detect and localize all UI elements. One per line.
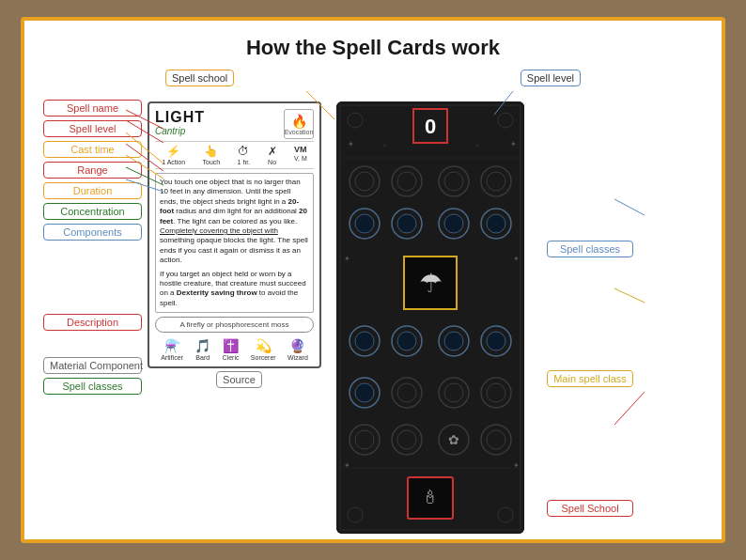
- stat-action: ⚡ 1 Action: [162, 145, 185, 165]
- card-school-label: Evocation: [285, 129, 314, 135]
- stat-action-label: 1 Action: [162, 159, 185, 165]
- class-wizard: 🔮 Wizard: [288, 338, 308, 361]
- top-spell-school-label: Spell school: [165, 70, 234, 86]
- class-bard-label: Bard: [195, 354, 210, 361]
- card-material-text: A firefly or phosphorescent moss: [179, 320, 288, 329]
- card-stats: ⚡ 1 Action 👆 Touch ⏱ 1 hr. ✗ No: [155, 141, 314, 169]
- label-material-component: Material Component: [43, 357, 142, 374]
- stat-range-label: Touch: [203, 159, 221, 165]
- page-title: How the Spell Cards work: [43, 36, 703, 60]
- svg-text:+: +: [383, 142, 387, 148]
- card-school-icon: 🔥 Evocation: [284, 109, 314, 139]
- label-spell-school-right: Spell School: [547, 500, 633, 517]
- stat-comp-label: V, M: [294, 155, 307, 162]
- svg-text:✦: ✦: [513, 255, 520, 263]
- class-artificer-label: Artificer: [161, 354, 183, 361]
- label-spell-level: Spell level: [43, 120, 142, 137]
- main-container: How the Spell Cards work Spell school Sp…: [21, 17, 725, 543]
- card-spell-type: Cantrip: [155, 126, 205, 136]
- card-source-label: Source: [216, 371, 262, 388]
- class-cleric-label: Cleric: [223, 354, 240, 361]
- stat-concentration: ✗ No: [268, 145, 277, 165]
- svg-text:🕯: 🕯: [421, 487, 440, 507]
- svg-text:✦: ✦: [513, 461, 520, 470]
- label-description: Description: [43, 314, 142, 331]
- svg-text:0: 0: [425, 115, 436, 138]
- spell-card: LIGHT Cantrip 🔥 Evocation ⚡ 1 Action 👆: [148, 101, 321, 368]
- label-range: Range: [43, 162, 142, 179]
- label-spell-classes-right: Spell classes: [547, 241, 633, 257]
- class-sorcerer: 💫 Sorcerer: [251, 338, 276, 361]
- card-spell-name: LIGHT: [155, 109, 205, 126]
- spell-card-wrapper: LIGHT Cantrip 🔥 Evocation ⚡ 1 Action 👆: [148, 90, 331, 534]
- svg-text:✦: ✦: [348, 140, 354, 148]
- class-sorcerer-label: Sorcerer: [251, 354, 276, 361]
- stat-duration: ⏱ 1 hr.: [238, 145, 251, 165]
- stat-range: 👆 Touch: [203, 145, 221, 165]
- card-material: A firefly or phosphorescent moss: [155, 317, 314, 333]
- svg-text:☂: ☂: [419, 269, 443, 298]
- svg-point-25: [487, 214, 505, 233]
- svg-text:+: +: [475, 142, 479, 148]
- card-description: You touch one object that is no larger t…: [155, 173, 314, 313]
- svg-point-19: [355, 214, 374, 233]
- svg-text:✿: ✿: [448, 432, 459, 447]
- svg-point-23: [444, 214, 463, 233]
- svg-point-37: [355, 383, 374, 402]
- svg-point-33: [444, 332, 463, 350]
- class-bard: 🎵 Bard: [194, 338, 210, 361]
- label-concentration: Concentration: [43, 203, 142, 220]
- top-spell-level-label: Spell level: [521, 70, 581, 86]
- svg-text:✦: ✦: [344, 461, 350, 470]
- stat-duration-label: 1 hr.: [238, 159, 251, 165]
- class-cleric: ✝️ Cleric: [223, 338, 240, 361]
- svg-text:✦: ✦: [344, 255, 350, 263]
- label-components: Components: [43, 224, 142, 241]
- right-labels: Spell classes Main spell class Spell Sch…: [539, 90, 633, 534]
- class-artificer: ⚗️ Artificer: [161, 338, 183, 361]
- dark-card: 0: [336, 101, 524, 534]
- left-labels: Spell name Spell level Cast time Range D…: [43, 90, 142, 534]
- card-classes: ⚗️ Artificer 🎵 Bard ✝️ Cleric 💫 Sorcerer: [155, 336, 314, 361]
- svg-point-21: [397, 214, 416, 233]
- label-cast-time: Cast time: [43, 141, 142, 158]
- dark-card-wrapper: 0: [336, 90, 534, 534]
- svg-point-35: [487, 332, 505, 350]
- dark-card-decorations: 0: [336, 101, 524, 534]
- label-spell-name: Spell name: [43, 100, 142, 117]
- svg-point-31: [397, 332, 416, 350]
- class-wizard-label: Wizard: [288, 354, 308, 361]
- stat-conc-label: No: [268, 159, 276, 165]
- label-spell-classes-left: Spell classes: [43, 378, 142, 395]
- svg-text:✦: ✦: [510, 140, 517, 148]
- stat-components: VM V, M: [294, 145, 307, 165]
- svg-point-29: [355, 332, 374, 350]
- label-main-spell-class: Main spell class: [547, 370, 633, 387]
- label-duration: Duration: [43, 182, 142, 199]
